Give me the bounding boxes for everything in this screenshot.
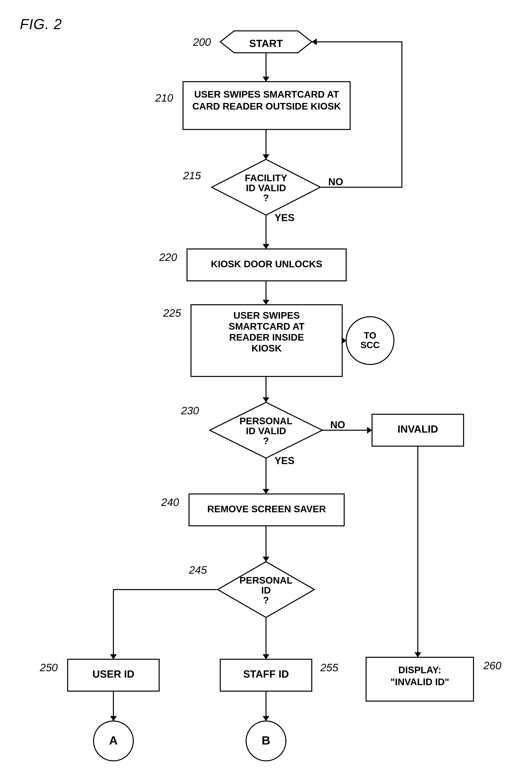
flowchart-svg: START 200 USER SWIPES SMARTCARD AT CARD …: [0, 0, 532, 773]
circle-b-label: B: [262, 734, 270, 747]
ref-230: 230: [181, 405, 199, 416]
ref-200: 200: [193, 36, 211, 48]
svg-rect-11: [220, 659, 312, 691]
n250-label: USER ID: [93, 668, 134, 680]
svg-rect-1: [183, 82, 350, 129]
n260-label2: "INVALID ID": [390, 677, 449, 687]
svg-marker-0: [220, 31, 312, 53]
ref-220: 220: [159, 251, 177, 263]
svg-point-14: [246, 721, 286, 761]
n245-label3: ?: [263, 595, 269, 606]
n210-label-line1: USER SWIPES SMARTCARD AT: [194, 89, 339, 100]
svg-marker-40: [110, 716, 117, 721]
n230-label1: PERSONAL: [240, 416, 293, 426]
ref-245: 245: [189, 564, 207, 576]
n240-label: REMOVE SCREEN SAVER: [207, 504, 326, 514]
to-scc-line1: TO: [364, 330, 376, 341]
svg-marker-29: [367, 427, 372, 434]
n225-label1: USER SWIPES: [233, 310, 300, 321]
svg-rect-4: [191, 305, 342, 376]
ref-240: 240: [161, 496, 179, 508]
circle-a-label: A: [109, 734, 118, 747]
svg-marker-25: [342, 337, 347, 344]
svg-marker-19: [312, 38, 317, 45]
svg-rect-8: [189, 494, 344, 526]
ref-210: 210: [155, 92, 173, 104]
n220-label: KIOSK DOOR UNLOCKS: [211, 259, 322, 269]
invalid-label: INVALID: [398, 423, 438, 435]
svg-marker-31: [263, 489, 269, 494]
n210-label-line2: CARD READER OUTSIDE KIOSK: [192, 101, 341, 111]
svg-marker-9: [218, 562, 314, 618]
n215-label2: ID VALID: [246, 182, 286, 193]
n215-no: NO: [328, 176, 343, 187]
svg-marker-42: [263, 716, 269, 721]
svg-marker-23: [263, 300, 269, 305]
n225-label2: SMARTCARD AT: [229, 321, 304, 332]
svg-marker-33: [263, 557, 269, 562]
n225-label3: READER INSIDE: [229, 332, 304, 343]
svg-marker-2: [212, 159, 320, 215]
svg-marker-21: [263, 244, 269, 249]
svg-rect-3: [187, 249, 346, 281]
svg-marker-6: [210, 402, 322, 458]
n215-yes: YES: [275, 212, 294, 223]
n230-label2: ID VALID: [246, 426, 286, 436]
n255-label: STAFF ID: [243, 668, 289, 680]
to-scc-line2: SCC: [360, 340, 380, 350]
ref-225: 225: [163, 307, 181, 319]
ref-255: 255: [320, 662, 338, 673]
svg-marker-27: [263, 397, 269, 402]
svg-marker-16: [263, 77, 269, 82]
n215-label1: FACILITY: [245, 173, 287, 183]
ref-250: 250: [40, 662, 58, 673]
n225-label4: KIOSK: [251, 343, 282, 354]
svg-rect-12: [366, 657, 474, 701]
n260-label1: DISPLAY:: [398, 665, 441, 675]
n245-label2: ID: [261, 585, 271, 596]
figure-label: FIG. 2: [20, 16, 62, 32]
svg-marker-36: [263, 654, 269, 659]
n230-label3: ?: [263, 436, 269, 446]
svg-point-5: [346, 317, 394, 365]
ref-215: 215: [183, 169, 201, 181]
svg-marker-38: [414, 652, 421, 657]
ref-260: 260: [483, 660, 501, 672]
svg-marker-34: [110, 654, 117, 659]
n230-no: NO: [330, 419, 345, 430]
svg-marker-18: [263, 154, 269, 159]
start-label: START: [249, 38, 283, 49]
n215-label3: ?: [263, 192, 269, 203]
page: FIG. 2 START 200 USER SWIPES SMARTCARD A…: [0, 0, 532, 773]
n245-label1: PERSONAL: [240, 575, 293, 586]
n230-yes: YES: [275, 455, 294, 466]
svg-point-13: [94, 721, 133, 761]
svg-rect-10: [68, 659, 159, 691]
svg-rect-7: [372, 414, 464, 446]
